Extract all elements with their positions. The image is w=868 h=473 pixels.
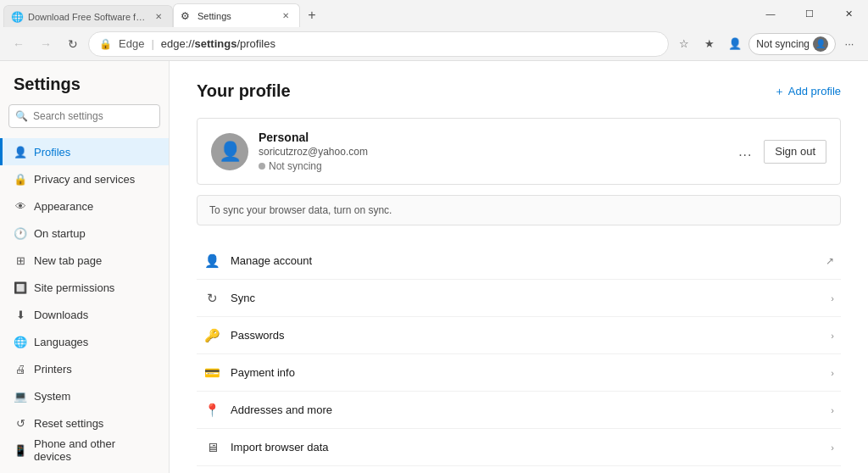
sidebar-item-phone[interactable]: 📱 Phone and other devices — [0, 437, 169, 464]
menu-item-payment-label: Payment info — [231, 366, 821, 379]
titlebar: 🌐 Download Free Software for Wi... ✕ ⚙ S… — [0, 0, 868, 27]
tab-2[interactable]: ⚙ Settings ✕ — [173, 3, 300, 27]
menu-item-addresses[interactable]: 📍 Addresses and more › — [197, 392, 841, 429]
tabs-area: 🌐 Download Free Software for Wi... ✕ ⚙ S… — [0, 0, 751, 27]
address-url: edge://settings/profiles — [161, 37, 275, 50]
favorites-button[interactable]: ☆ — [672, 32, 696, 56]
profile-info: Personal soricutzroz@yahoo.com Not synci… — [259, 131, 723, 172]
address-right-icons: ☆ ★ 👤 Not syncing 👤 ··· — [672, 32, 861, 56]
profile-icon-button[interactable]: 👤 — [723, 32, 747, 56]
languages-icon: 🌐 — [14, 335, 27, 348]
content-area: Your profile ＋ Add profile 👤 Personal so… — [170, 61, 868, 473]
more-button[interactable]: ··· — [837, 32, 861, 56]
profile-sync-status: Not syncing — [259, 160, 723, 172]
search-input[interactable] — [8, 104, 160, 128]
menu-item-payment[interactable]: 💳 Payment info › — [197, 354, 841, 392]
back-button[interactable]: ← — [7, 32, 31, 56]
tab-2-close[interactable]: ✕ — [279, 9, 292, 23]
sidebar-item-profiles[interactable]: 👤 Profiles — [0, 138, 169, 165]
sidebar-item-reset[interactable]: ↺ Reset settings — [0, 409, 169, 437]
system-icon: 💻 — [14, 389, 27, 403]
sidebar-item-label: Site permissions — [34, 281, 114, 294]
sidebar-item-label: Privacy and services — [34, 173, 135, 186]
tab-1[interactable]: 🌐 Download Free Software for Wi... ✕ — [3, 5, 173, 27]
maximize-button[interactable]: ☐ — [790, 0, 829, 27]
url-prefix: edge:// — [161, 37, 195, 50]
profile-card: 👤 Personal soricutzroz@yahoo.com Not syn… — [197, 118, 841, 185]
menu-item-import[interactable]: 🖥 Import browser data › — [197, 429, 841, 466]
phone-icon: 📱 — [14, 443, 27, 457]
lock-icon: 🔒 — [99, 38, 112, 50]
window-controls: — ☐ ✕ — [751, 0, 868, 27]
sidebar-item-appearance[interactable]: 👁 Appearance — [0, 192, 169, 220]
menu-item-manage-label: Manage account — [231, 254, 815, 267]
main-layout: Settings 🔍 👤 Profiles 🔒 Privacy and serv… — [0, 61, 868, 473]
sidebar-item-downloads[interactable]: ⬇ Downloads — [0, 301, 169, 328]
edge-label: Edge — [119, 37, 144, 50]
sidebar-item-languages[interactable]: 🌐 Languages — [0, 328, 169, 355]
sidebar-item-label: New tab page — [34, 254, 102, 267]
address-divider: | — [151, 37, 153, 50]
sign-out-button[interactable]: Sign out — [764, 140, 826, 164]
close-button[interactable]: ✕ — [829, 0, 868, 27]
url-path: /profiles — [236, 37, 275, 50]
permissions-icon: 🔲 — [14, 281, 27, 294]
add-profile-button[interactable]: ＋ Add profile — [774, 84, 841, 99]
sidebar-item-label: System — [34, 390, 70, 403]
sidebar-item-newtab[interactable]: ⊞ New tab page — [0, 247, 169, 274]
manage-account-icon: 👤 — [203, 253, 220, 270]
search-box: 🔍 — [8, 104, 160, 128]
profile-email: soricutzroz@yahoo.com — [259, 146, 723, 158]
profile-card-actions: ... Sign out — [733, 140, 826, 164]
minimize-button[interactable]: — — [751, 0, 790, 27]
sync-status-dot — [259, 163, 265, 170]
plus-icon: ＋ — [774, 84, 785, 99]
sync-status-label: Not syncing — [269, 160, 322, 172]
chevron-right-icon: › — [831, 368, 834, 378]
downloads-icon: ⬇ — [14, 308, 27, 321]
sidebar-item-label: Downloads — [34, 309, 88, 321]
tab-1-close[interactable]: ✕ — [152, 10, 165, 24]
import-icon: 🖥 — [203, 439, 220, 456]
sync-notice-text: To sync your browser data, turn on sync. — [209, 204, 392, 216]
search-icon: 🔍 — [15, 110, 28, 122]
addressbar: ← → ↻ 🔒 Edge | edge://settings/profiles … — [0, 27, 868, 61]
not-syncing-label: Not syncing — [756, 38, 810, 50]
tab-1-favicon: 🌐 — [11, 11, 23, 23]
sidebar-item-privacy[interactable]: 🔒 Privacy and services — [0, 165, 169, 192]
sidebar-item-about[interactable]: ℹ About Microsoft Edge — [0, 464, 169, 473]
sidebar-title: Settings — [0, 75, 169, 104]
refresh-button[interactable]: ↻ — [61, 32, 85, 56]
url-settings: settings — [195, 37, 237, 50]
menu-item-multiprofile[interactable]: 👥 Multiple profile preferences › — [197, 466, 841, 473]
profiles-icon: 👤 — [14, 145, 27, 159]
sidebar-item-label: Profiles — [34, 146, 70, 159]
add-profile-label: Add profile — [788, 85, 841, 97]
sidebar-item-label: Languages — [34, 336, 88, 348]
sidebar-item-printers[interactable]: 🖨 Printers — [0, 355, 169, 382]
profile-more-button[interactable]: ... — [733, 140, 757, 164]
address-field[interactable]: 🔒 Edge | edge://settings/profiles — [88, 31, 669, 57]
forward-button[interactable]: → — [34, 32, 58, 56]
page-title: Your profile — [197, 81, 291, 101]
sidebar-item-system[interactable]: 💻 System — [0, 382, 169, 409]
chevron-right-icon: › — [831, 442, 834, 453]
reset-icon: ↺ — [14, 416, 27, 430]
sync-profile-button[interactable]: Not syncing 👤 — [748, 33, 836, 55]
privacy-icon: 🔒 — [14, 172, 27, 186]
sync-notice: To sync your browser data, turn on sync. — [197, 195, 841, 225]
collections-button[interactable]: ★ — [698, 32, 721, 56]
menu-item-import-label: Import browser data — [231, 441, 821, 454]
menu-item-manage[interactable]: 👤 Manage account ↗ — [197, 242, 841, 280]
new-tab-button[interactable]: + — [300, 3, 324, 27]
payment-icon: 💳 — [203, 364, 220, 381]
external-link-icon: ↗ — [826, 255, 834, 267]
appearance-icon: 👁 — [14, 199, 27, 213]
sidebar-item-permissions[interactable]: 🔲 Site permissions — [0, 274, 169, 301]
menu-item-passwords[interactable]: 🔑 Passwords › — [197, 317, 841, 354]
chevron-right-icon: › — [831, 331, 834, 341]
menu-item-sync[interactable]: ↻ Sync › — [197, 280, 841, 317]
sidebar-item-label: Phone and other devices — [34, 437, 155, 463]
sidebar-item-startup[interactable]: 🕐 On startup — [0, 220, 169, 247]
startup-icon: 🕐 — [14, 226, 27, 240]
